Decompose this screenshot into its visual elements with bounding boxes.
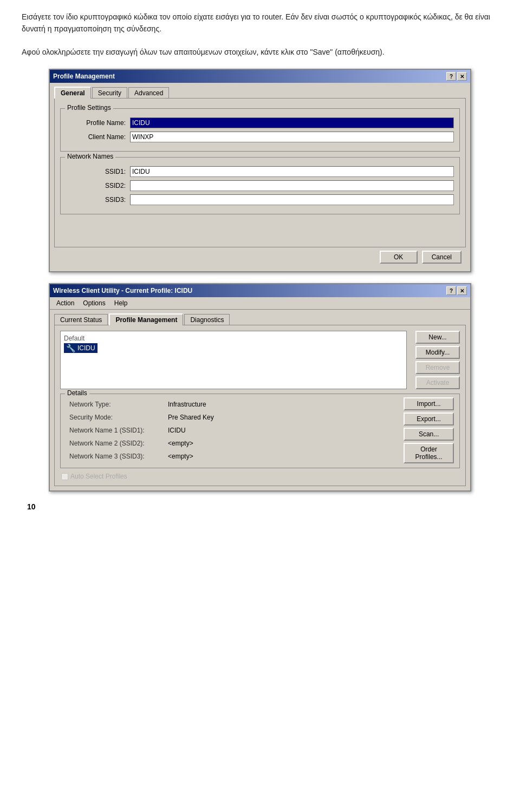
ssid1-row: SSID1: (66, 166, 454, 177)
close-button[interactable]: ✕ (457, 72, 467, 81)
wireless-tab-bar: Current Status Profile Management Diagno… (54, 313, 466, 325)
scan-button[interactable]: Scan... (404, 428, 454, 441)
new-button[interactable]: New... (415, 331, 460, 344)
ssid1-label: SSID1: (66, 168, 126, 175)
import-button[interactable]: Import... (404, 397, 454, 410)
auto-select-checkbox[interactable] (61, 473, 68, 480)
wireless-dialog-title: Wireless Client Utility - Current Profil… (53, 287, 192, 294)
network-names-legend: Network Names (65, 153, 115, 160)
bottom-side-buttons: Import... Export... Scan... Order Profil… (399, 397, 454, 463)
wireless-tab-content: Default 🔧 ICIDU New... Modify... Remove … (54, 325, 466, 486)
wireless-dialog-titlebar: Wireless Client Utility - Current Profil… (50, 284, 470, 297)
detail-row-network-type: Network Type: Infrastructure (67, 398, 398, 410)
page-number: 10 (27, 502, 498, 511)
remove-button[interactable]: Remove (415, 361, 460, 374)
profile-settings-legend: Profile Settings (65, 104, 113, 112)
detail-row-ssid2: Network Name 2 (SSID2): <empty> (67, 437, 398, 449)
ssid2-input[interactable] (130, 180, 454, 191)
ssid1-input[interactable] (130, 166, 454, 177)
detail-value-network-type: Infrastructure (166, 398, 398, 410)
detail-label-security-mode: Security Mode: (67, 411, 165, 423)
ssid3-row: SSID3: (66, 194, 454, 205)
profile-name-input[interactable] (130, 117, 454, 128)
profile-main-layout: Default 🔧 ICIDU New... Modify... Remove … (60, 331, 460, 389)
profile-icon: 🔧 (66, 344, 75, 352)
auto-select-text: Auto Select Profiles (70, 473, 127, 480)
help-button[interactable]: ? (446, 72, 456, 81)
ssid2-row: SSID2: (66, 180, 454, 191)
detail-value-ssid3: <empty> (166, 450, 398, 462)
wireless-close-button[interactable]: ✕ (457, 286, 467, 295)
tab-profile-management[interactable]: Profile Management (109, 313, 183, 325)
detail-row-ssid3: Network Name 3 (SSID3): <empty> (67, 450, 398, 462)
ok-button[interactable]: OK (380, 251, 418, 264)
detail-label-ssid1: Network Name 1 (SSID1): (67, 424, 165, 436)
ssid3-input[interactable] (130, 194, 454, 205)
page-text-2: Αφού ολοκληρώσετε την εισαγωγή όλων των … (22, 46, 498, 58)
profile-settings-group: Profile Settings Profile Name: Client Na… (60, 108, 460, 152)
details-layout: Network Type: Infrastructure Security Mo… (66, 397, 454, 463)
tab-advanced[interactable]: Advanced (128, 87, 169, 99)
side-buttons: New... Modify... Remove Activate (411, 331, 460, 389)
tab-current-status[interactable]: Current Status (54, 314, 108, 325)
detail-value-ssid2: <empty> (166, 437, 398, 449)
detail-row-ssid1: Network Name 1 (SSID1): ICIDU (67, 424, 398, 436)
ssid2-label: SSID2: (66, 182, 126, 189)
client-name-row: Client Name: (66, 132, 454, 142)
profile-tab-content: Profile Settings Profile Name: Client Na… (54, 98, 466, 247)
menu-action[interactable]: Action (52, 298, 79, 308)
menu-options[interactable]: Options (79, 298, 109, 308)
wireless-help-button[interactable]: ? (446, 286, 456, 295)
details-legend: Details (65, 389, 89, 397)
tab-diagnostics[interactable]: Diagnostics (184, 314, 230, 325)
detail-value-security-mode: Pre Shared Key (166, 411, 398, 423)
activate-button[interactable]: Activate (415, 376, 460, 389)
menu-help[interactable]: Help (110, 298, 132, 308)
network-names-group: Network Names SSID1: SSID2: SSID3: (60, 157, 460, 214)
client-name-input[interactable] (130, 132, 454, 142)
modify-button[interactable]: Modify... (415, 346, 460, 359)
wireless-titlebar-buttons: ? ✕ (446, 286, 467, 295)
profile-dialog-footer: OK Cancel (54, 247, 466, 267)
order-profiles-button[interactable]: Order Profiles... (404, 443, 454, 463)
profile-tab-bar: General Security Advanced (54, 86, 466, 98)
profile-management-dialog: Profile Management ? ✕ General Security … (49, 69, 471, 272)
detail-row-security-mode: Security Mode: Pre Shared Key (67, 411, 398, 423)
tab-general[interactable]: General (54, 87, 91, 99)
detail-value-ssid1: ICIDU (166, 424, 398, 436)
page-text-1: Εισάγετε τον ίδιο κρυπτογραφικό κώδικα τ… (22, 11, 498, 35)
auto-select-label[interactable]: Auto Select Profiles (61, 473, 127, 480)
wireless-client-dialog: Wireless Client Utility - Current Profil… (49, 283, 471, 492)
detail-label-ssid2: Network Name 2 (SSID2): (67, 437, 165, 449)
profile-name-row: Profile Name: (66, 117, 454, 128)
client-name-label: Client Name: (66, 133, 126, 141)
profile-dialog-title: Profile Management (53, 73, 115, 80)
profile-dialog-titlebar: Profile Management ? ✕ (50, 70, 470, 83)
details-table: Network Type: Infrastructure Security Mo… (66, 397, 399, 463)
titlebar-buttons: ? ✕ (446, 72, 467, 81)
profile-list-area: Default 🔧 ICIDU (60, 331, 407, 389)
profile-name-label: Profile Name: (66, 119, 126, 127)
export-button[interactable]: Export... (404, 412, 454, 425)
detail-label-network-type: Network Type: (67, 398, 165, 410)
details-section: Details Network Type: Infrastructure Sec… (60, 394, 460, 468)
wireless-dialog-content: Current Status Profile Management Diagno… (50, 310, 470, 490)
profile-item[interactable]: 🔧 ICIDU (64, 343, 98, 353)
detail-label-ssid3: Network Name 3 (SSID3): (67, 450, 165, 462)
menu-bar: Action Options Help (50, 297, 470, 310)
profile-dialog-content: General Security Advanced Profile Settin… (50, 83, 470, 271)
bottom-row: Auto Select Profiles (60, 473, 460, 480)
profile-name-display: ICIDU (77, 344, 95, 352)
profile-default-label: Default (64, 335, 403, 342)
tab-security[interactable]: Security (92, 87, 127, 99)
ssid3-label: SSID3: (66, 196, 126, 204)
cancel-button[interactable]: Cancel (422, 251, 461, 264)
